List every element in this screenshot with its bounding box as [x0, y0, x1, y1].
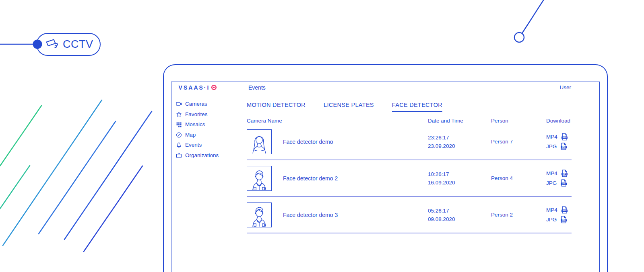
- sidebar-item-favorites[interactable]: Favorites: [171, 109, 224, 120]
- column-header-date-and-time: Date and Time: [428, 118, 491, 124]
- camera-name: Face detector demo: [272, 139, 428, 145]
- file-mp4-icon: MP4: [561, 170, 568, 177]
- page-title: Events: [248, 84, 266, 91]
- badge-label: CCTV: [63, 38, 93, 51]
- camera-name: Face detector demo 3: [272, 212, 428, 218]
- column-header-camera-name: Camera Name: [247, 118, 428, 124]
- sidebar-item-events[interactable]: Events: [171, 140, 224, 150]
- logo-target-icon: [211, 84, 217, 90]
- sidebar-item-label: Organizations: [185, 152, 219, 158]
- sidebar-item-label: Favorites: [185, 111, 208, 117]
- table-row[interactable]: Face detector demo 3 05:26:17 09.08.2020…: [247, 197, 572, 233]
- file-jpg-icon: JPG: [560, 179, 567, 187]
- vsaas-logo: VSAAS·I: [171, 84, 224, 91]
- table-row[interactable]: Face detector demo 2 10:26:17 16.09.2020…: [247, 160, 572, 197]
- download-jpg-link[interactable]: JPG JPG: [546, 143, 572, 150]
- column-header-download: Download: [546, 118, 572, 124]
- download-format-label: MP4: [546, 134, 557, 140]
- sidebar-item-cameras[interactable]: Cameras: [171, 99, 224, 109]
- face-thumbnail: [247, 166, 272, 191]
- connector-line-top-right: [522, 0, 548, 33]
- sidebar-item-label: Events: [185, 142, 202, 148]
- svg-text:MP4: MP4: [563, 173, 567, 175]
- star-icon: [176, 111, 182, 117]
- table-header-row: Camera NameDate and TimePersonDownload: [247, 118, 572, 124]
- face-thumbnail: [247, 202, 272, 227]
- app-header: VSAAS·I Events User: [171, 82, 599, 93]
- sidebar-item-label: Map: [185, 132, 196, 138]
- event-time: 05:26:17: [428, 207, 491, 215]
- download-mp4-link[interactable]: MP4 MP4: [546, 206, 572, 214]
- file-jpg-icon: JPG: [560, 143, 567, 150]
- person-label: Person 4: [491, 175, 546, 181]
- svg-text:JPG: JPG: [562, 219, 566, 221]
- diagonal-lines: [0, 100, 152, 252]
- sidebar-nav: Cameras Favorites Mosaics Map Events Org…: [171, 93, 224, 272]
- main-content: MOTION DETECTORLICENSE PLATESFACE DETECT…: [224, 93, 599, 272]
- download-format-label: JPG: [546, 143, 557, 149]
- download-jpg-link[interactable]: JPG JPG: [546, 216, 572, 223]
- bell-icon: [176, 142, 182, 148]
- app-inner-panel: VSAAS·I Events User Cameras Favorites Mo: [171, 82, 600, 272]
- event-date: 16.09.2020: [428, 178, 491, 187]
- download-jpg-link[interactable]: JPG JPG: [546, 179, 572, 187]
- app-window: VSAAS·I Events User Cameras Favorites Mo: [163, 64, 608, 272]
- file-mp4-icon: MP4: [561, 206, 568, 214]
- file-jpg-icon: JPG: [560, 216, 567, 223]
- download-format-label: MP4: [546, 170, 557, 176]
- event-time: 10:26:17: [428, 170, 491, 178]
- column-header-person: Person: [491, 118, 546, 124]
- event-date: 23.09.2020: [428, 142, 491, 150]
- person-label: Person 2: [491, 212, 546, 218]
- table-row[interactable]: Face detector demo 23:26:17 23.09.2020 P…: [247, 124, 572, 160]
- connector-ring: [514, 33, 524, 42]
- sidebar-item-organizations[interactable]: Organizations: [171, 150, 224, 161]
- events-table: Camera NameDate and TimePersonDownload F…: [247, 118, 572, 233]
- download-links: MP4 MP4 JPG JPG: [546, 170, 572, 187]
- camera-name: Face detector demo 2: [272, 175, 428, 182]
- cctv-badge: CCTV: [36, 33, 101, 56]
- tab-license-plates[interactable]: LICENSE PLATES: [324, 102, 374, 112]
- detector-tabs: MOTION DETECTORLICENSE PLATESFACE DETECT…: [247, 102, 599, 112]
- file-mp4-icon: MP4: [561, 133, 568, 141]
- event-date: 09.08.2020: [428, 215, 491, 223]
- tab-face-detector[interactable]: FACE DETECTOR: [392, 102, 442, 112]
- compass-icon: [176, 132, 182, 138]
- download-mp4-link[interactable]: MP4 MP4: [546, 170, 572, 177]
- app-body: Cameras Favorites Mosaics Map Events Org…: [171, 93, 599, 272]
- sidebar-item-mosaics[interactable]: Mosaics: [171, 119, 224, 130]
- svg-text:JPG: JPG: [562, 146, 566, 148]
- download-links: MP4 MP4 JPG JPG: [546, 206, 572, 223]
- page-canvas: CCTV VSAAS·I Events User: [0, 0, 644, 272]
- sidebar-item-label: Cameras: [185, 101, 207, 107]
- sidebar-item-map[interactable]: Map: [171, 130, 224, 140]
- video-camera-icon: [176, 101, 182, 107]
- download-mp4-link[interactable]: MP4 MP4: [546, 133, 572, 141]
- face-thumbnail: [247, 129, 272, 154]
- events-table-body: Face detector demo 23:26:17 23.09.2020 P…: [247, 124, 572, 233]
- svg-text:MP4: MP4: [563, 210, 567, 212]
- download-format-label: JPG: [546, 180, 557, 186]
- cctv-camera-icon: [45, 39, 59, 51]
- download-format-label: JPG: [546, 217, 557, 223]
- svg-text:JPG: JPG: [562, 183, 566, 185]
- user-menu[interactable]: User: [559, 84, 571, 90]
- download-format-label: MP4: [546, 207, 557, 213]
- event-time: 23:26:17: [428, 133, 491, 142]
- briefcase-icon: [176, 152, 182, 158]
- sidebar-item-label: Mosaics: [185, 121, 205, 127]
- download-links: MP4 MP4 JPG JPG: [546, 133, 572, 150]
- person-label: Person 7: [491, 139, 546, 145]
- mosaic-grid-icon: [176, 121, 182, 127]
- logo-text: VSAAS·I: [179, 84, 210, 91]
- tab-motion-detector[interactable]: MOTION DETECTOR: [247, 102, 305, 112]
- svg-text:MP4: MP4: [563, 137, 567, 139]
